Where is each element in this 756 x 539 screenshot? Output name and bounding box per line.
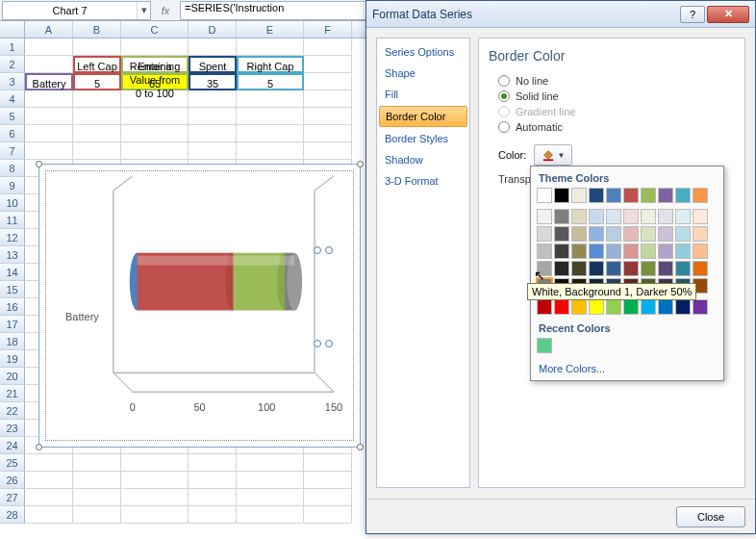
sidenav-series-options[interactable]: Series Options <box>379 42 467 62</box>
color-picker-button[interactable]: ▼ <box>534 144 572 166</box>
color-swatch[interactable] <box>571 244 587 259</box>
row-header[interactable]: 20 <box>0 368 25 385</box>
color-swatch[interactable] <box>658 299 673 315</box>
color-swatch[interactable] <box>658 226 673 242</box>
color-swatch[interactable] <box>641 226 656 242</box>
color-swatch[interactable] <box>641 188 656 203</box>
chart-resize-handle[interactable] <box>36 161 42 167</box>
chart-resize-handle[interactable] <box>357 161 364 167</box>
row-header[interactable]: 8 <box>0 160 25 177</box>
color-swatch[interactable] <box>641 244 656 259</box>
color-swatch[interactable] <box>658 261 673 276</box>
cell-spent[interactable]: 35 <box>189 73 237 90</box>
cell-header-rightcap[interactable]: Right Cap <box>237 56 304 73</box>
cell-remaining[interactable]: 65 <box>121 73 189 90</box>
color-swatch[interactable] <box>571 226 587 242</box>
color-swatch[interactable] <box>693 261 708 276</box>
sidenav-border-styles[interactable]: Border Styles <box>379 129 467 148</box>
select-all-corner[interactable] <box>0 21 25 38</box>
color-swatch[interactable] <box>554 299 569 315</box>
color-swatch[interactable] <box>537 244 552 259</box>
color-swatch[interactable] <box>693 244 708 259</box>
row-header[interactable]: 1 <box>0 38 25 56</box>
col-header[interactable]: F <box>304 21 352 38</box>
row-header[interactable]: 10 <box>0 194 25 212</box>
sidenav-fill[interactable]: Fill <box>379 85 467 104</box>
row-header[interactable]: 23 <box>0 420 25 437</box>
color-swatch[interactable] <box>589 226 604 242</box>
color-swatch[interactable] <box>606 244 621 259</box>
color-swatch[interactable] <box>641 209 656 224</box>
series-selection-handle[interactable] <box>325 340 333 347</box>
col-header[interactable]: A <box>25 21 73 38</box>
row-header[interactable]: 9 <box>0 177 25 194</box>
col-header[interactable]: E <box>237 21 304 38</box>
color-swatch[interactable] <box>675 244 691 259</box>
col-header[interactable]: D <box>189 21 237 38</box>
sidenav-shadow[interactable]: Shadow <box>379 150 467 169</box>
color-swatch[interactable] <box>675 261 691 276</box>
cell-label-battery[interactable]: Battery <box>25 73 73 90</box>
color-swatch[interactable] <box>537 338 552 353</box>
row-header[interactable]: 7 <box>0 142 25 160</box>
col-header[interactable]: C <box>121 21 189 38</box>
color-swatch[interactable] <box>571 188 587 203</box>
color-swatch[interactable] <box>693 299 708 315</box>
cell[interactable] <box>25 56 73 73</box>
row-header[interactable]: 26 <box>0 472 25 489</box>
chart-resize-handle[interactable] <box>36 444 42 450</box>
window-close-button[interactable]: ✕ <box>707 6 749 23</box>
color-swatch[interactable] <box>554 226 569 242</box>
color-swatch[interactable] <box>537 226 552 242</box>
row-header[interactable]: 13 <box>0 246 25 264</box>
dialog-titlebar[interactable]: Format Data Series ? ✕ <box>366 1 755 28</box>
row-header[interactable]: 19 <box>0 350 25 368</box>
color-swatch[interactable] <box>606 209 621 224</box>
color-swatch[interactable] <box>606 188 621 203</box>
row-header[interactable]: 17 <box>0 316 25 333</box>
color-swatch[interactable] <box>589 188 604 203</box>
col-header[interactable]: B <box>73 21 121 38</box>
name-box-dropdown-icon[interactable]: ▾ <box>137 2 150 19</box>
radio-no-line[interactable]: No line <box>489 73 735 89</box>
row-header[interactable]: 6 <box>0 125 25 142</box>
color-swatch[interactable] <box>606 299 621 315</box>
color-swatch[interactable] <box>675 226 691 242</box>
row-header[interactable]: 18 <box>0 333 25 350</box>
row-header[interactable]: 14 <box>0 264 25 281</box>
row-header[interactable]: 22 <box>0 402 25 420</box>
color-swatch[interactable] <box>571 299 587 315</box>
color-swatch[interactable] <box>641 299 656 315</box>
chart-plot-area[interactable]: 0 50 100 150 Battery <box>45 170 354 441</box>
row-header[interactable]: 27 <box>0 489 25 506</box>
radio-automatic[interactable]: Automatic <box>489 119 735 135</box>
color-swatch[interactable] <box>658 209 673 224</box>
row-header[interactable]: 11 <box>0 212 25 229</box>
color-swatch[interactable] <box>571 209 587 224</box>
cell-header-leftcap[interactable]: Left Cap <box>73 56 121 73</box>
chart-object[interactable]: 0 50 100 150 Battery <box>38 164 361 448</box>
color-swatch[interactable] <box>537 261 552 276</box>
color-swatch[interactable] <box>623 261 639 276</box>
color-swatch[interactable] <box>641 261 656 276</box>
cell-header-remaining[interactable]: Remaining <box>121 56 189 73</box>
row-header[interactable]: 21 <box>0 385 25 402</box>
color-swatch[interactable] <box>623 244 639 259</box>
series-selection-handle[interactable] <box>314 340 321 347</box>
sidenav-3d-format[interactable]: 3-D Format <box>379 171 467 191</box>
sidenav-shape[interactable]: Shape <box>379 64 467 83</box>
color-swatch[interactable] <box>571 261 587 276</box>
row-header[interactable]: 16 <box>0 298 25 316</box>
row-header[interactable]: 28 <box>0 506 25 524</box>
row-header[interactable]: 12 <box>0 229 25 246</box>
row-header[interactable]: 4 <box>0 90 25 108</box>
color-swatch[interactable] <box>658 244 673 259</box>
fx-icon[interactable]: fx <box>151 5 180 16</box>
color-swatch[interactable] <box>537 299 552 315</box>
row-header[interactable]: 2 <box>0 56 25 73</box>
color-swatch[interactable] <box>623 209 639 224</box>
color-swatch[interactable] <box>623 226 639 242</box>
color-swatch[interactable] <box>693 226 708 242</box>
color-swatch[interactable] <box>554 244 569 259</box>
cell-rightcap[interactable]: 5 <box>237 73 304 90</box>
